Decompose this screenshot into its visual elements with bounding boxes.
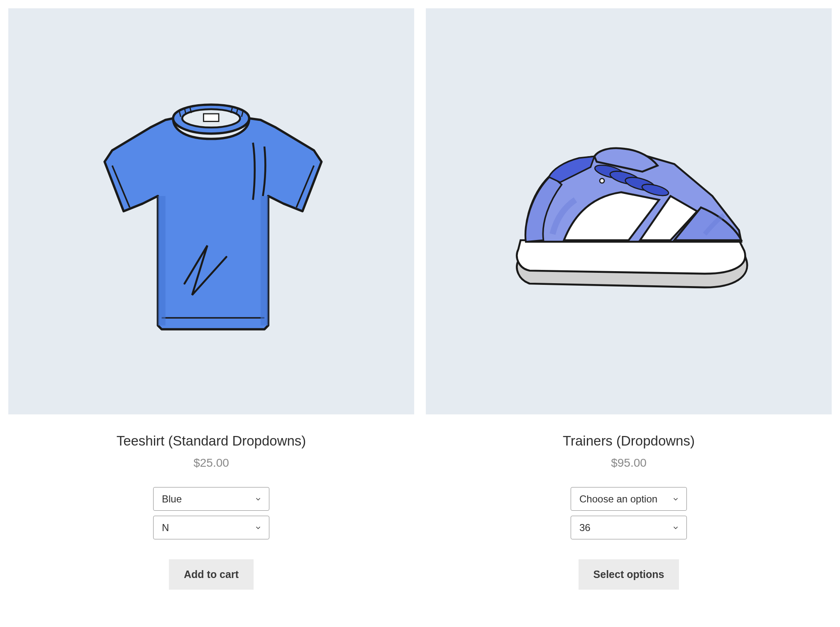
product-image-trainers[interactable] (426, 8, 832, 414)
svg-rect-1 (204, 114, 219, 121)
sneaker-icon (476, 59, 781, 364)
product-options: Choose an option 36 (571, 487, 687, 539)
product-grid: Teeshirt (Standard Dropdowns) $25.00 Blu… (8, 8, 832, 590)
option-select[interactable]: Choose an option (571, 487, 687, 511)
tshirt-icon (59, 59, 364, 364)
svg-point-13 (600, 179, 604, 183)
select-wrapper-size: N (153, 516, 269, 539)
product-card-teeshirt: Teeshirt (Standard Dropdowns) $25.00 Blu… (8, 8, 414, 590)
color-select[interactable]: Blue (153, 487, 269, 511)
product-image-teeshirt[interactable] (8, 8, 414, 414)
product-title: Teeshirt (Standard Dropdowns) (117, 433, 306, 449)
product-title: Trainers (Dropdowns) (563, 433, 695, 449)
select-wrapper-color: Blue (153, 487, 269, 511)
product-card-trainers: Trainers (Dropdowns) $95.00 Choose an op… (426, 8, 832, 590)
product-options: Blue N (153, 487, 269, 539)
product-price: $95.00 (611, 456, 647, 470)
select-options-button[interactable]: Select options (579, 559, 679, 590)
product-price: $25.00 (193, 456, 229, 470)
add-to-cart-button[interactable]: Add to cart (169, 559, 254, 590)
select-wrapper-option: Choose an option (571, 487, 687, 511)
size-select[interactable]: 36 (571, 516, 687, 539)
select-wrapper-size: 36 (571, 516, 687, 539)
size-select[interactable]: N (153, 516, 269, 539)
